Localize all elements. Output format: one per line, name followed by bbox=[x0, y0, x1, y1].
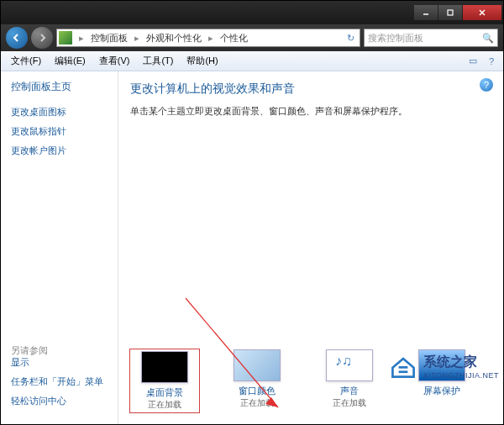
sidebar: 控制面板主页 更改桌面图标 更改鼠标指针 更改帐户图片 另请参阅 显示 任务栏和… bbox=[1, 71, 118, 424]
close-button[interactable] bbox=[463, 5, 501, 20]
tile-sound[interactable]: 声音 正在加载 bbox=[315, 349, 384, 412]
help-dropdown-icon[interactable]: ? bbox=[483, 54, 500, 69]
control-panel-icon bbox=[59, 31, 72, 45]
main-panel: ? 更改计算机上的视觉效果和声音 单击某个主题立即更改桌面背景、窗口颜色、声音和… bbox=[118, 71, 503, 424]
page-description: 单击某个主题立即更改桌面背景、窗口颜色、声音和屏幕保护程序。 bbox=[130, 105, 491, 118]
see-also-ease-of-access[interactable]: 轻松访问中心 bbox=[11, 391, 103, 411]
organize-icon[interactable]: ▭ bbox=[465, 54, 481, 69]
chevron-right-icon[interactable]: ▸ bbox=[131, 33, 143, 44]
sidebar-link-account-picture[interactable]: 更改帐户图片 bbox=[11, 141, 108, 160]
tile-screensaver[interactable]: 屏幕保护 bbox=[407, 349, 476, 412]
chevron-right-icon[interactable]: ▸ bbox=[205, 33, 217, 44]
menu-tools[interactable]: 工具(T) bbox=[136, 53, 180, 69]
themes-list[interactable] bbox=[130, 124, 491, 326]
bc-item-personalization[interactable]: 个性化 bbox=[217, 30, 251, 46]
bottom-tiles: 桌面背景 正在加载 窗口颜色 正在加载 声音 正在加载 屏幕保护 bbox=[130, 349, 491, 412]
navbar: ▸ 控制面板 ▸ 外观和个性化 ▸ 个性化 ↻ 搜索控制面板 🔍 bbox=[1, 24, 503, 51]
menubar: 文件(F) 编辑(E) 查看(V) 工具(T) 帮助(H) ▭ ? bbox=[1, 51, 503, 71]
menu-view[interactable]: 查看(V) bbox=[92, 53, 137, 69]
see-also-taskbar[interactable]: 任务栏和「开始」菜单 bbox=[11, 372, 103, 391]
titlebar bbox=[1, 1, 503, 24]
breadcrumb[interactable]: ▸ 控制面板 ▸ 外观和个性化 ▸ 个性化 ↻ bbox=[56, 29, 360, 47]
page-heading: 更改计算机上的视觉效果和声音 bbox=[130, 81, 491, 97]
tile-window-color[interactable]: 窗口颜色 正在加载 bbox=[223, 349, 291, 412]
bc-item-appearance[interactable]: 外观和个性化 bbox=[143, 30, 205, 46]
bc-item-control-panel[interactable]: 控制面板 bbox=[87, 30, 131, 46]
tile-label: 屏幕保护 bbox=[423, 385, 460, 397]
tile-status: 正在加载 bbox=[148, 399, 181, 411]
search-placeholder: 搜索控制面板 bbox=[368, 32, 423, 45]
see-also-display[interactable]: 显示 bbox=[11, 353, 103, 372]
desktop-background-thumb bbox=[141, 351, 188, 383]
screensaver-thumb bbox=[418, 349, 465, 381]
sidebar-link-desktop-icons[interactable]: 更改桌面图标 bbox=[11, 102, 108, 122]
svg-rect-1 bbox=[448, 10, 453, 15]
sidebar-home-link[interactable]: 控制面板主页 bbox=[11, 80, 108, 94]
tile-status: 正在加载 bbox=[333, 397, 366, 409]
minimize-button[interactable] bbox=[414, 5, 438, 20]
help-icon[interactable]: ? bbox=[480, 78, 493, 92]
menu-edit[interactable]: 编辑(E) bbox=[48, 53, 92, 69]
search-icon[interactable]: 🔍 bbox=[482, 33, 494, 44]
tile-label: 窗口颜色 bbox=[239, 385, 276, 397]
sound-thumb bbox=[326, 349, 373, 381]
tile-desktop-background[interactable]: 桌面背景 正在加载 bbox=[130, 349, 199, 412]
search-input[interactable]: 搜索控制面板 🔍 bbox=[364, 29, 498, 47]
window-color-thumb bbox=[234, 349, 281, 381]
chevron-right-icon[interactable]: ▸ bbox=[76, 33, 87, 44]
forward-button[interactable] bbox=[31, 27, 53, 49]
window: ▸ 控制面板 ▸ 外观和个性化 ▸ 个性化 ↻ 搜索控制面板 🔍 文件(F) 编… bbox=[0, 0, 504, 425]
content-body: 控制面板主页 更改桌面图标 更改鼠标指针 更改帐户图片 另请参阅 显示 任务栏和… bbox=[1, 71, 503, 424]
menu-help[interactable]: 帮助(H) bbox=[180, 53, 224, 69]
tile-label: 桌面背景 bbox=[146, 386, 183, 399]
maximize-button[interactable] bbox=[438, 5, 462, 20]
sidebar-link-mouse-pointer[interactable]: 更改鼠标指针 bbox=[11, 122, 108, 141]
back-button[interactable] bbox=[6, 27, 28, 49]
tile-status: 正在加载 bbox=[240, 397, 274, 409]
refresh-icon[interactable]: ↻ bbox=[344, 33, 358, 44]
menu-file[interactable]: 文件(F) bbox=[4, 53, 48, 69]
tile-label: 声音 bbox=[340, 385, 359, 397]
